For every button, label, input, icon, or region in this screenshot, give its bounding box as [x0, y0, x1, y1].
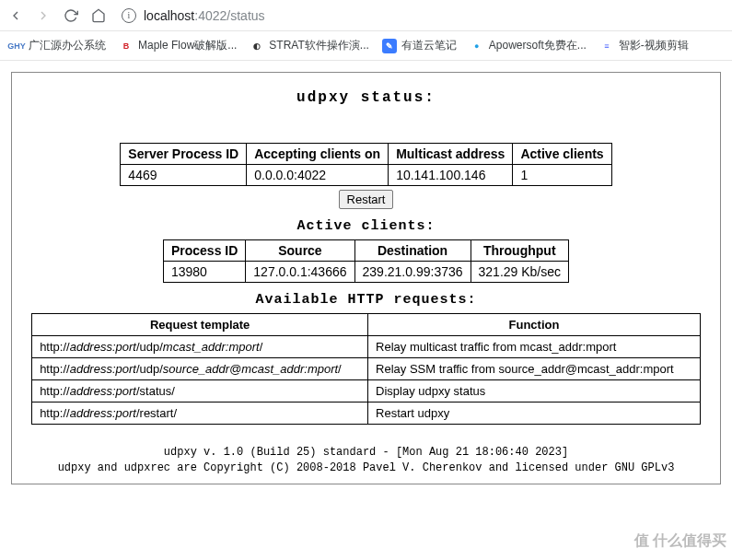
cell-accepting: 0.0.0.0:4022: [247, 165, 389, 186]
cell-active-clients: 1: [513, 165, 611, 186]
bookmark-favicon: B: [119, 39, 134, 53]
th-accepting: Accepting clients on: [247, 144, 389, 165]
bookmark-item[interactable]: ◐STRAT软件操作演...: [250, 38, 368, 53]
bookmark-label: 有道云笔记: [401, 38, 457, 53]
status-frame: udpxy status: Server Process ID Acceptin…: [11, 72, 721, 484]
server-status-table: Server Process ID Accepting clients on M…: [120, 143, 611, 186]
cell-function: Relay SSM traffic from source_addr@mcast…: [368, 358, 701, 380]
cell-function: Restart udpxy: [368, 402, 701, 425]
url-text: localhost:4022/status: [144, 8, 265, 23]
table-row: 4469 0.0.0.0:4022 10.141.100.146 1: [121, 165, 611, 186]
footer: udpxy v. 1.0 (Build 25) standard - [Mon …: [17, 445, 715, 476]
th-request-template: Request template: [32, 314, 368, 336]
bookmark-label: Apowersoft免费在...: [489, 38, 587, 53]
cell-request-template: http://address:port/udp/mcast_addr:mport…: [32, 336, 368, 358]
table-row: 13980 127.0.0.1:43666 239.21.0.99:3736 3…: [163, 262, 568, 283]
table-row: http://address:port/udp/mcast_addr:mport…: [32, 336, 701, 358]
bookmark-label: STRAT软件操作演...: [269, 38, 368, 53]
table-row: http://address:port/restart/Restart udpx…: [32, 402, 701, 425]
cell-destination: 239.21.0.99:3736: [354, 262, 471, 283]
watermark: 值 什么值得买: [634, 531, 726, 551]
th-function: Function: [368, 314, 701, 336]
table-row: http://address:port/udp/source_addr@mcas…: [32, 358, 701, 380]
site-info-icon[interactable]: i: [122, 8, 136, 23]
forward-button[interactable]: [35, 7, 52, 24]
active-clients-title: Active clients:: [17, 218, 715, 234]
back-button[interactable]: [7, 7, 24, 24]
cell-process-id: 13980: [163, 262, 245, 283]
bookmark-label: 智影-视频剪辑: [619, 38, 689, 53]
bookmark-favicon: GHY: [9, 39, 24, 53]
bookmark-item[interactable]: ✎有道云笔记: [382, 38, 457, 53]
bookmark-label: 广汇源办公系统: [29, 38, 106, 53]
restart-button[interactable]: Restart: [339, 190, 394, 209]
bookmark-favicon: ◐: [250, 39, 264, 53]
address-bar[interactable]: i localhost:4022/status: [118, 4, 725, 28]
cell-function: Relay multicast traffic from mcast_addr:…: [368, 336, 701, 358]
cell-mcast: 10.141.100.146: [389, 165, 513, 186]
bookmark-label: Maple Flow破解版...: [138, 38, 237, 53]
footer-version: udpxy v. 1.0 (Build 25) standard - [Mon …: [17, 445, 715, 461]
cell-request-template: http://address:port/status/: [32, 380, 368, 402]
cell-source: 127.0.0.1:43666: [246, 262, 354, 283]
th-mcast: Multicast address: [389, 144, 513, 165]
browser-toolbar: i localhost:4022/status: [0, 0, 732, 31]
bookmarks-bar: GHY广汇源办公系统BMaple Flow破解版...◐STRAT软件操作演..…: [0, 31, 732, 61]
th-active-clients: Active clients: [513, 144, 611, 165]
cell-server-pid: 4469: [121, 165, 247, 186]
page-title: udpxy status:: [17, 89, 715, 106]
th-process-id: Process ID: [163, 240, 245, 262]
bookmark-item[interactable]: ≡智影-视频剪辑: [599, 38, 689, 53]
table-row: http://address:port/status/Display udpxy…: [32, 380, 701, 402]
footer-copyright: udpxy and udpxrec are Copyright (C) 2008…: [17, 461, 715, 476]
cell-throughput: 321.29 Kb/sec: [471, 262, 569, 283]
bookmark-item[interactable]: ●Apowersoft免费在...: [470, 38, 587, 53]
th-throughput: Throughput: [471, 240, 569, 262]
reload-button[interactable]: [63, 7, 79, 24]
cell-request-template: http://address:port/udp/source_addr@mcas…: [32, 358, 368, 380]
home-button[interactable]: [90, 7, 107, 24]
bookmark-item[interactable]: BMaple Flow破解版...: [119, 38, 237, 53]
bookmark-favicon: ✎: [382, 39, 397, 53]
th-source: Source: [246, 240, 354, 262]
bookmark-favicon: ≡: [599, 39, 614, 53]
cell-function: Display udpxy status: [368, 380, 701, 402]
th-server-pid: Server Process ID: [121, 144, 247, 165]
active-clients-table: Process ID Source Destination Throughput…: [163, 239, 569, 283]
bookmark-item[interactable]: GHY广汇源办公系统: [9, 38, 106, 53]
bookmark-favicon: ●: [470, 39, 484, 53]
th-destination: Destination: [354, 240, 471, 262]
http-requests-title: Available HTTP requests:: [17, 292, 715, 308]
page-content: udpxy status: Server Process ID Acceptin…: [0, 61, 732, 496]
http-requests-table: Request template Function http://address…: [31, 313, 701, 425]
cell-request-template: http://address:port/restart/: [32, 402, 368, 425]
